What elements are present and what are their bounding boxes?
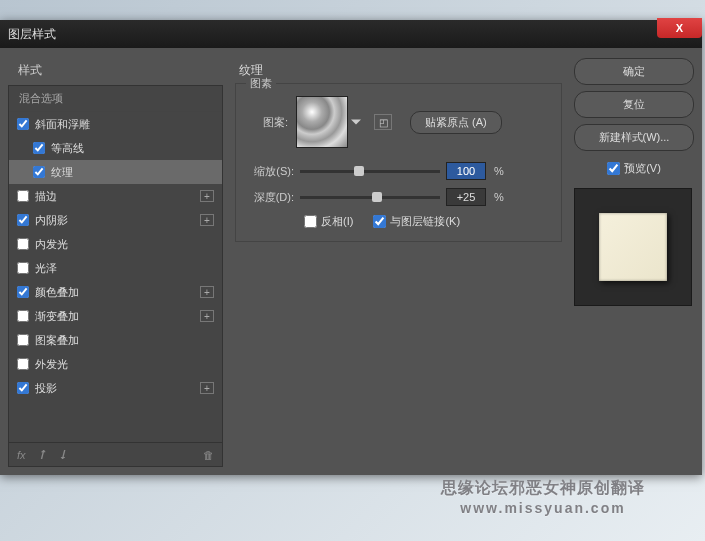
style-label: 斜面和浮雕 [35, 117, 90, 132]
add-effect-icon[interactable]: + [200, 382, 214, 394]
panel-title: 纹理 [235, 60, 562, 81]
style-item-2[interactable]: 纹理 [9, 160, 222, 184]
arrow-down-icon[interactable]: 🠗 [57, 449, 68, 461]
style-label: 内发光 [35, 237, 68, 252]
style-item-7[interactable]: 颜色叠加+ [9, 280, 222, 304]
style-label: 内阴影 [35, 213, 68, 228]
depth-unit: % [494, 191, 504, 203]
scale-unit: % [494, 165, 504, 177]
new-preset-icon[interactable]: ◰ [374, 114, 392, 130]
style-checkbox[interactable] [17, 190, 29, 202]
close-button[interactable]: X [657, 18, 702, 38]
scale-label: 缩放(S): [246, 164, 294, 179]
style-item-10[interactable]: 外发光 [9, 352, 222, 376]
add-effect-icon[interactable]: + [200, 310, 214, 322]
style-checkbox[interactable] [17, 334, 29, 346]
style-label: 纹理 [51, 165, 73, 180]
style-item-0[interactable]: 斜面和浮雕 [9, 112, 222, 136]
style-checkbox[interactable] [33, 142, 45, 154]
ok-button[interactable]: 确定 [574, 58, 694, 85]
style-checkbox[interactable] [33, 166, 45, 178]
add-effect-icon[interactable]: + [200, 286, 214, 298]
style-checkbox[interactable] [17, 214, 29, 226]
add-effect-icon[interactable]: + [200, 214, 214, 226]
fieldset-label: 图素 [246, 76, 276, 91]
snap-origin-button[interactable]: 贴紧原点 (A) [410, 111, 502, 134]
elements-fieldset: 图素 图案: ◰ 贴紧原点 (A) 缩放(S): % 深度(D): [235, 83, 562, 242]
fx-icon[interactable]: fx [17, 449, 26, 461]
style-checkbox[interactable] [17, 358, 29, 370]
styles-panel: 样式 混合选项 斜面和浮雕等高线纹理描边+内阴影+内发光光泽颜色叠加+渐变叠加+… [8, 56, 223, 467]
trash-icon[interactable]: 🗑 [203, 449, 214, 461]
style-checkbox[interactable] [17, 310, 29, 322]
style-label: 图案叠加 [35, 333, 79, 348]
window-title: 图层样式 [8, 26, 56, 43]
styles-footer: fx 🠕 🠗 🗑 [8, 443, 223, 467]
settings-panel: 纹理 图素 图案: ◰ 贴紧原点 (A) 缩放(S): % [231, 56, 566, 467]
style-item-9[interactable]: 图案叠加 [9, 328, 222, 352]
arrow-up-icon[interactable]: 🠕 [36, 449, 47, 461]
depth-label: 深度(D): [246, 190, 294, 205]
new-style-button[interactable]: 新建样式(W)... [574, 124, 694, 151]
layer-style-dialog: 图层样式 X 样式 混合选项 斜面和浮雕等高线纹理描边+内阴影+内发光光泽颜色叠… [0, 20, 702, 475]
add-effect-icon[interactable]: + [200, 190, 214, 202]
blend-options-header[interactable]: 混合选项 [9, 86, 222, 112]
style-label: 光泽 [35, 261, 57, 276]
options-row: 反相(I) 与图层链接(K) [246, 214, 551, 229]
style-item-5[interactable]: 内发光 [9, 232, 222, 256]
style-label: 描边 [35, 189, 57, 204]
style-item-4[interactable]: 内阴影+ [9, 208, 222, 232]
style-list: 混合选项 斜面和浮雕等高线纹理描边+内阴影+内发光光泽颜色叠加+渐变叠加+图案叠… [8, 85, 223, 443]
depth-input[interactable] [446, 188, 486, 206]
styles-header: 样式 [8, 56, 223, 85]
titlebar: 图层样式 X [0, 20, 702, 48]
style-item-3[interactable]: 描边+ [9, 184, 222, 208]
link-layer-checkbox[interactable]: 与图层链接(K) [373, 214, 460, 229]
style-checkbox[interactable] [17, 286, 29, 298]
scale-slider[interactable] [300, 170, 440, 173]
style-checkbox[interactable] [17, 118, 29, 130]
depth-row: 深度(D): % [246, 188, 551, 206]
depth-slider[interactable] [300, 196, 440, 199]
preview-box [574, 188, 692, 306]
style-label: 等高线 [51, 141, 84, 156]
cancel-button[interactable]: 复位 [574, 91, 694, 118]
style-checkbox[interactable] [17, 382, 29, 394]
pattern-label: 图案: [246, 115, 288, 130]
pattern-picker[interactable] [296, 96, 348, 148]
preview-swatch [599, 213, 667, 281]
action-panel: 确定 复位 新建样式(W)... 预览(V) [574, 56, 694, 467]
watermark: 思缘论坛邪恶女神原创翻译 www.missyuan.com [441, 477, 645, 519]
style-label: 渐变叠加 [35, 309, 79, 324]
invert-checkbox[interactable]: 反相(I) [304, 214, 353, 229]
style-label: 颜色叠加 [35, 285, 79, 300]
style-item-8[interactable]: 渐变叠加+ [9, 304, 222, 328]
style-item-11[interactable]: 投影+ [9, 376, 222, 400]
style-label: 外发光 [35, 357, 68, 372]
style-checkbox[interactable] [17, 262, 29, 274]
style-checkbox[interactable] [17, 238, 29, 250]
dialog-content: 样式 混合选项 斜面和浮雕等高线纹理描边+内阴影+内发光光泽颜色叠加+渐变叠加+… [0, 48, 702, 475]
style-label: 投影 [35, 381, 57, 396]
style-item-6[interactable]: 光泽 [9, 256, 222, 280]
style-item-1[interactable]: 等高线 [9, 136, 222, 160]
scale-input[interactable] [446, 162, 486, 180]
preview-checkbox[interactable]: 预览(V) [574, 161, 694, 176]
scale-row: 缩放(S): % [246, 162, 551, 180]
pattern-row: 图案: ◰ 贴紧原点 (A) [246, 96, 551, 148]
